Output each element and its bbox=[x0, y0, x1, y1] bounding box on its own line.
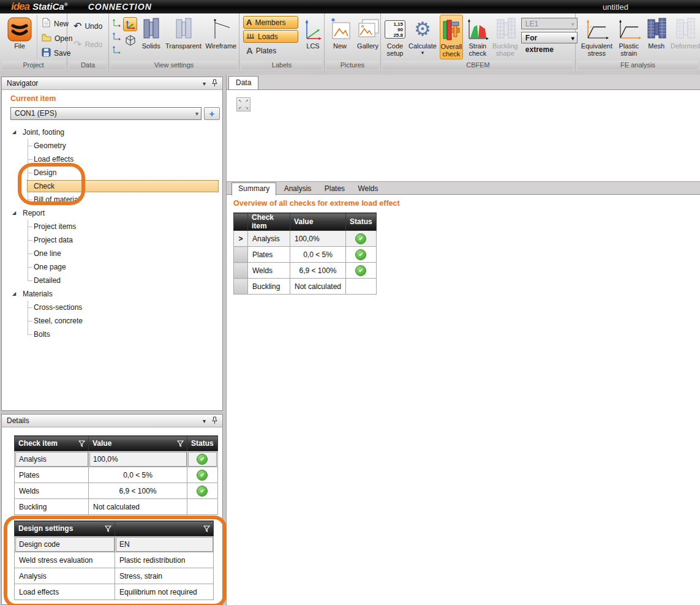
panel-menu-chevron-icon[interactable]: ▾ bbox=[203, 80, 206, 87]
redo-button[interactable]: ↷ Redo bbox=[73, 38, 102, 51]
table-row[interactable]: Welds6,9 < 100%✔ bbox=[234, 263, 377, 279]
load-effect-combo[interactable]: LE1 ▾ bbox=[521, 18, 578, 29]
main-workspace: Data ↖ ↗ ↙ ↘ Summary Analysis Plates Wel… bbox=[226, 75, 700, 605]
loads-labels-toggle[interactable]: Loads bbox=[243, 30, 298, 43]
tab-data[interactable]: Data bbox=[228, 76, 258, 89]
tree-node-report[interactable]: ◢ Report bbox=[2, 206, 222, 220]
lcs-toggle[interactable]: LCS bbox=[302, 15, 324, 50]
table-row[interactable]: Weld stress evaluationPlastic redistribu… bbox=[15, 552, 214, 568]
tree-node-design[interactable]: Design bbox=[2, 166, 222, 179]
calculate-button[interactable]: ⚙ Calculate ▾ bbox=[408, 15, 437, 56]
ribbon: File New Open Save bbox=[0, 13, 700, 70]
plates-labels-toggle[interactable]: A Plates bbox=[243, 44, 298, 57]
column-header-value[interactable]: Value bbox=[89, 436, 187, 451]
pin-icon[interactable] bbox=[212, 79, 217, 88]
ribbon-group-view-settings: Solids Transparent Wireframe View settin… bbox=[109, 13, 239, 70]
table-row[interactable]: BucklingNot calculated bbox=[15, 499, 218, 515]
tree-node-bill-of-material[interactable]: Bill of material bbox=[2, 193, 222, 206]
plastic-strain-button[interactable]: Plastic strain bbox=[615, 15, 642, 58]
filter-icon[interactable] bbox=[105, 525, 111, 534]
wireframe-view-button[interactable]: Wireframe bbox=[203, 15, 239, 50]
transparent-view-button[interactable]: Transparent bbox=[165, 15, 201, 50]
table-row[interactable]: Plates0,0 < 5%✔ bbox=[234, 247, 377, 263]
table-row[interactable]: Load effectsEquilibrium not required bbox=[15, 584, 214, 600]
tree-node-cross-sections[interactable]: Cross-sections bbox=[2, 301, 222, 314]
code-setup-button[interactable]: 1,159025.8 Code setup bbox=[385, 15, 405, 58]
filter-icon[interactable] bbox=[177, 440, 184, 449]
redo-icon: ↷ bbox=[73, 39, 81, 50]
loads-label-icon bbox=[246, 32, 255, 41]
table-row[interactable]: >Analysis100,0%✔ bbox=[234, 231, 377, 247]
navigator-panel: Navigator ▾ Current item CON1 (EPS) ▾ + … bbox=[1, 77, 223, 411]
table-row[interactable]: AnalysisStress, strain bbox=[15, 568, 214, 584]
tree-node-one-line[interactable]: One line bbox=[2, 247, 222, 260]
current-item-combo[interactable]: CON1 (EPS) ▾ bbox=[10, 107, 201, 120]
filter-icon[interactable] bbox=[203, 525, 210, 534]
expander-icon[interactable]: ◢ bbox=[12, 126, 16, 139]
members-labels-toggle[interactable]: A Members bbox=[243, 16, 298, 29]
gallery-button[interactable]: Gallery bbox=[355, 15, 380, 50]
table-row[interactable]: Design codeEN bbox=[15, 536, 214, 552]
column-header-design-settings[interactable]: Design settings bbox=[15, 521, 115, 536]
undo-button[interactable]: ↶ Undo bbox=[73, 20, 102, 32]
strain-check-button[interactable]: Strain check bbox=[466, 15, 489, 58]
tree-node-load-effects[interactable]: Load effects bbox=[2, 152, 222, 166]
tab-summary[interactable]: Summary bbox=[231, 182, 276, 195]
summary-check-table: Check item Value Status >Analysis100,0%✔… bbox=[233, 212, 377, 295]
table-row[interactable]: Plates0,0 < 5%✔ bbox=[15, 467, 218, 483]
tree-node-one-page[interactable]: One page bbox=[2, 260, 222, 274]
tree-node-project-data[interactable]: Project data bbox=[2, 233, 222, 247]
members-label-icon: A bbox=[246, 18, 252, 27]
tree-node-geometry[interactable]: Geometry bbox=[2, 139, 222, 152]
table-row[interactable]: Welds6,9 < 100%✔ bbox=[15, 483, 218, 499]
filter-icon[interactable] bbox=[78, 440, 85, 449]
table-row[interactable]: BucklingNot calculated bbox=[234, 279, 377, 295]
tab-analysis[interactable]: Analysis bbox=[279, 182, 317, 195]
deformed-icon bbox=[673, 17, 698, 42]
file-button[interactable]: File bbox=[7, 15, 32, 50]
pin-icon[interactable] bbox=[212, 416, 217, 426]
tab-welds[interactable]: Welds bbox=[352, 182, 383, 195]
tab-plates[interactable]: Plates bbox=[319, 182, 350, 195]
expander-icon[interactable]: ◢ bbox=[12, 287, 16, 301]
tree-node-detailed[interactable]: Detailed bbox=[2, 274, 222, 287]
column-header-status: Status bbox=[187, 436, 218, 451]
equivalent-stress-button[interactable]: Equivalent stress bbox=[581, 15, 613, 58]
expander-icon[interactable]: ◢ bbox=[12, 206, 16, 220]
axis-view-xz-button[interactable] bbox=[112, 31, 122, 41]
tree-node-bolts[interactable]: Bolts bbox=[2, 328, 222, 341]
new-picture-button[interactable]: New bbox=[329, 15, 350, 50]
table-row[interactable]: Analysis100,0%✔ bbox=[15, 451, 218, 467]
buckling-shape-button[interactable]: Buckling shape bbox=[492, 15, 518, 58]
tree-node-joint-footing[interactable]: ◢ Joint, footing bbox=[2, 126, 222, 139]
add-item-button[interactable]: + bbox=[204, 107, 220, 120]
perspective-cube-button[interactable] bbox=[123, 33, 137, 47]
code-setup-icon: 1,159025.8 bbox=[385, 17, 405, 42]
panel-menu-chevron-icon[interactable]: ▾ bbox=[203, 418, 206, 424]
group-label-view-settings: View settings bbox=[111, 61, 237, 69]
ribbon-group-pictures: New Gallery Pictures bbox=[325, 13, 381, 70]
extreme-filter-combo[interactable]: For extreme ▾ bbox=[521, 32, 578, 43]
column-header-design-value[interactable] bbox=[115, 521, 214, 536]
tree-node-check[interactable]: Check bbox=[2, 179, 222, 193]
axis-view-yz-button[interactable] bbox=[112, 45, 122, 54]
status-pass-icon: ✔ bbox=[355, 233, 366, 244]
equivalent-stress-icon bbox=[583, 17, 610, 42]
3d-viewport[interactable]: ↖ ↗ ↙ ↘ bbox=[227, 90, 700, 181]
tree-node-project-items[interactable]: Project items bbox=[2, 220, 222, 233]
tree-node-steel-concrete[interactable]: Steel, concrete bbox=[2, 314, 222, 328]
navigator-tree: ◢ Joint, footing Geometry Load effects D… bbox=[2, 126, 222, 341]
column-header-check-item[interactable]: Check item bbox=[15, 436, 89, 451]
axonometric-view-button[interactable] bbox=[123, 17, 137, 31]
overall-check-button[interactable]: Overall check bbox=[440, 15, 463, 59]
navigator-title-bar: Navigator ▾ bbox=[2, 77, 222, 90]
fit-view-button[interactable]: ↖ ↗ ↙ ↘ bbox=[236, 97, 250, 111]
mesh-button[interactable]: Mesh bbox=[645, 15, 668, 50]
calculate-gear-icon: ⚙ bbox=[414, 17, 431, 42]
results-pane: Overview of all checks for extreme load … bbox=[227, 195, 700, 295]
axis-view-xy-button[interactable] bbox=[112, 18, 122, 28]
status-pass-icon: ✔ bbox=[355, 265, 366, 276]
solids-view-button[interactable]: Solids bbox=[138, 15, 164, 50]
tree-node-materials[interactable]: ◢ Materials bbox=[2, 287, 222, 301]
deformed-button[interactable]: Deformed bbox=[671, 15, 700, 50]
